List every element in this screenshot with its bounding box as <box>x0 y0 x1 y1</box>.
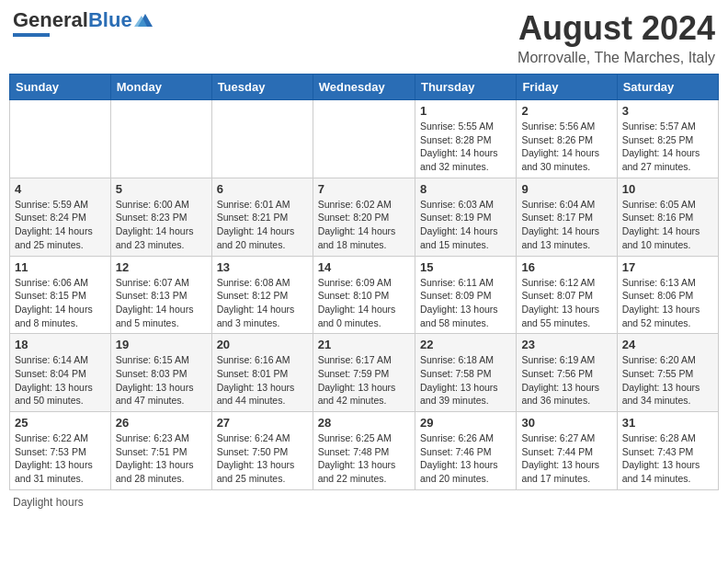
calendar-cell: 12Sunrise: 6:07 AM Sunset: 8:13 PM Dayli… <box>110 256 211 334</box>
day-info: Sunrise: 6:20 AM Sunset: 7:55 PM Dayligh… <box>622 353 713 408</box>
day-info: Sunrise: 6:22 AM Sunset: 7:53 PM Dayligh… <box>15 431 106 486</box>
calendar-cell: 9Sunrise: 6:04 AM Sunset: 8:17 PM Daylig… <box>517 178 617 256</box>
day-number: 20 <box>217 338 308 351</box>
title-section: August 2024 Morrovalle, The Marches, Ita… <box>518 9 715 66</box>
day-info: Sunrise: 6:24 AM Sunset: 7:50 PM Dayligh… <box>217 431 308 486</box>
day-info: Sunrise: 6:15 AM Sunset: 8:03 PM Dayligh… <box>116 353 207 408</box>
weekday-header-row: SundayMondayTuesdayWednesdayThursdayFrid… <box>10 75 719 100</box>
day-number: 28 <box>318 416 410 430</box>
header: GeneralBlue August 2024 Morrovalle, The … <box>9 9 719 66</box>
day-info: Sunrise: 6:25 AM Sunset: 7:48 PM Dayligh… <box>318 431 410 486</box>
calendar-cell <box>313 100 415 178</box>
day-number: 2 <box>521 104 611 118</box>
calendar-cell: 28Sunrise: 6:25 AM Sunset: 7:48 PM Dayli… <box>313 412 415 490</box>
calendar-cell: 26Sunrise: 6:23 AM Sunset: 7:51 PM Dayli… <box>110 412 211 490</box>
day-number: 30 <box>521 416 611 430</box>
day-number: 23 <box>521 338 611 351</box>
weekday-header-tuesday: Tuesday <box>211 75 313 100</box>
calendar-week-row: 25Sunrise: 6:22 AM Sunset: 7:53 PM Dayli… <box>10 412 719 490</box>
day-number: 5 <box>116 182 207 196</box>
day-info: Sunrise: 5:59 AM Sunset: 8:24 PM Dayligh… <box>15 198 106 252</box>
day-info: Sunrise: 6:27 AM Sunset: 7:44 PM Dayligh… <box>521 431 611 486</box>
day-number: 14 <box>318 260 410 274</box>
calendar-week-row: 18Sunrise: 6:14 AM Sunset: 8:04 PM Dayli… <box>10 334 719 412</box>
day-info: Sunrise: 5:56 AM Sunset: 8:26 PM Dayligh… <box>521 120 611 174</box>
calendar-cell <box>10 100 111 178</box>
calendar-cell: 13Sunrise: 6:08 AM Sunset: 8:12 PM Dayli… <box>211 256 313 334</box>
day-number: 18 <box>15 338 106 351</box>
calendar-cell: 4Sunrise: 5:59 AM Sunset: 8:24 PM Daylig… <box>10 178 111 256</box>
day-number: 7 <box>318 182 410 196</box>
calendar-week-row: 4Sunrise: 5:59 AM Sunset: 8:24 PM Daylig… <box>10 178 719 256</box>
day-info: Sunrise: 6:08 AM Sunset: 8:12 PM Dayligh… <box>217 276 308 330</box>
weekday-header-wednesday: Wednesday <box>313 75 415 100</box>
day-number: 24 <box>622 338 713 351</box>
day-info: Sunrise: 6:23 AM Sunset: 7:51 PM Dayligh… <box>116 431 207 486</box>
day-number: 10 <box>622 182 713 196</box>
logo: GeneralBlue <box>13 9 154 37</box>
calendar-cell: 21Sunrise: 6:17 AM Sunset: 7:59 PM Dayli… <box>313 334 415 412</box>
day-number: 13 <box>217 260 308 274</box>
day-number: 19 <box>116 338 207 351</box>
day-info: Sunrise: 6:16 AM Sunset: 8:01 PM Dayligh… <box>217 353 308 408</box>
calendar-cell: 20Sunrise: 6:16 AM Sunset: 8:01 PM Dayli… <box>211 334 313 412</box>
weekday-header-thursday: Thursday <box>415 75 516 100</box>
day-info: Sunrise: 6:02 AM Sunset: 8:20 PM Dayligh… <box>318 198 410 252</box>
day-info: Sunrise: 6:07 AM Sunset: 8:13 PM Dayligh… <box>116 276 207 330</box>
day-info: Sunrise: 6:09 AM Sunset: 8:10 PM Dayligh… <box>318 276 410 330</box>
calendar-cell: 25Sunrise: 6:22 AM Sunset: 7:53 PM Dayli… <box>10 412 111 490</box>
day-number: 26 <box>116 416 207 430</box>
day-info: Sunrise: 6:26 AM Sunset: 7:46 PM Dayligh… <box>420 431 511 486</box>
day-info: Sunrise: 5:55 AM Sunset: 8:28 PM Dayligh… <box>420 120 511 174</box>
day-number: 3 <box>622 104 713 118</box>
calendar-cell: 18Sunrise: 6:14 AM Sunset: 8:04 PM Dayli… <box>10 334 111 412</box>
weekday-header-sunday: Sunday <box>10 75 111 100</box>
calendar-cell: 10Sunrise: 6:05 AM Sunset: 8:16 PM Dayli… <box>617 178 718 256</box>
day-info: Sunrise: 6:17 AM Sunset: 7:59 PM Dayligh… <box>318 353 410 408</box>
calendar-cell: 8Sunrise: 6:03 AM Sunset: 8:19 PM Daylig… <box>415 178 516 256</box>
calendar-cell: 11Sunrise: 6:06 AM Sunset: 8:15 PM Dayli… <box>10 256 111 334</box>
calendar-cell <box>211 100 313 178</box>
day-number: 6 <box>217 182 308 196</box>
calendar-week-row: 1Sunrise: 5:55 AM Sunset: 8:28 PM Daylig… <box>10 100 719 178</box>
calendar-cell: 19Sunrise: 6:15 AM Sunset: 8:03 PM Dayli… <box>110 334 211 412</box>
day-number: 11 <box>15 260 106 274</box>
day-info: Sunrise: 6:11 AM Sunset: 8:09 PM Dayligh… <box>420 276 511 330</box>
day-info: Sunrise: 6:01 AM Sunset: 8:21 PM Dayligh… <box>217 198 308 252</box>
calendar-cell: 16Sunrise: 6:12 AM Sunset: 8:07 PM Dayli… <box>517 256 617 334</box>
calendar-cell: 31Sunrise: 6:28 AM Sunset: 7:43 PM Dayli… <box>617 412 718 490</box>
day-number: 25 <box>15 416 106 430</box>
day-number: 9 <box>521 182 611 196</box>
calendar-cell: 30Sunrise: 6:27 AM Sunset: 7:44 PM Dayli… <box>517 412 617 490</box>
day-info: Sunrise: 6:04 AM Sunset: 8:17 PM Dayligh… <box>521 198 611 252</box>
day-number: 29 <box>420 416 511 430</box>
day-number: 17 <box>622 260 713 274</box>
subtitle: Morrovalle, The Marches, Italy <box>518 50 715 66</box>
day-info: Sunrise: 6:19 AM Sunset: 7:56 PM Dayligh… <box>521 353 611 408</box>
day-number: 31 <box>622 416 713 430</box>
day-info: Sunrise: 6:05 AM Sunset: 8:16 PM Dayligh… <box>622 198 713 252</box>
calendar-cell: 27Sunrise: 6:24 AM Sunset: 7:50 PM Dayli… <box>211 412 313 490</box>
calendar-cell: 24Sunrise: 6:20 AM Sunset: 7:55 PM Dayli… <box>617 334 718 412</box>
day-info: Sunrise: 6:00 AM Sunset: 8:23 PM Dayligh… <box>116 198 207 252</box>
calendar-week-row: 11Sunrise: 6:06 AM Sunset: 8:15 PM Dayli… <box>10 256 719 334</box>
day-info: Sunrise: 6:14 AM Sunset: 8:04 PM Dayligh… <box>15 353 106 408</box>
day-number: 15 <box>420 260 511 274</box>
day-info: Sunrise: 5:57 AM Sunset: 8:25 PM Dayligh… <box>622 120 713 174</box>
day-number: 1 <box>420 104 511 118</box>
weekday-header-saturday: Saturday <box>617 75 718 100</box>
calendar-cell <box>110 100 211 178</box>
day-number: 4 <box>15 182 106 196</box>
weekday-header-monday: Monday <box>110 75 211 100</box>
calendar-cell: 3Sunrise: 5:57 AM Sunset: 8:25 PM Daylig… <box>617 100 718 178</box>
logo-text: GeneralBlue <box>13 9 132 31</box>
day-number: 16 <box>521 260 611 274</box>
day-number: 21 <box>318 338 410 351</box>
logo-icon <box>134 10 154 30</box>
main-title: August 2024 <box>518 9 715 48</box>
logo-bar <box>13 33 50 37</box>
day-info: Sunrise: 6:03 AM Sunset: 8:19 PM Dayligh… <box>420 198 511 252</box>
calendar-cell: 2Sunrise: 5:56 AM Sunset: 8:26 PM Daylig… <box>517 100 617 178</box>
calendar-cell: 5Sunrise: 6:00 AM Sunset: 8:23 PM Daylig… <box>110 178 211 256</box>
calendar-cell: 15Sunrise: 6:11 AM Sunset: 8:09 PM Dayli… <box>415 256 516 334</box>
